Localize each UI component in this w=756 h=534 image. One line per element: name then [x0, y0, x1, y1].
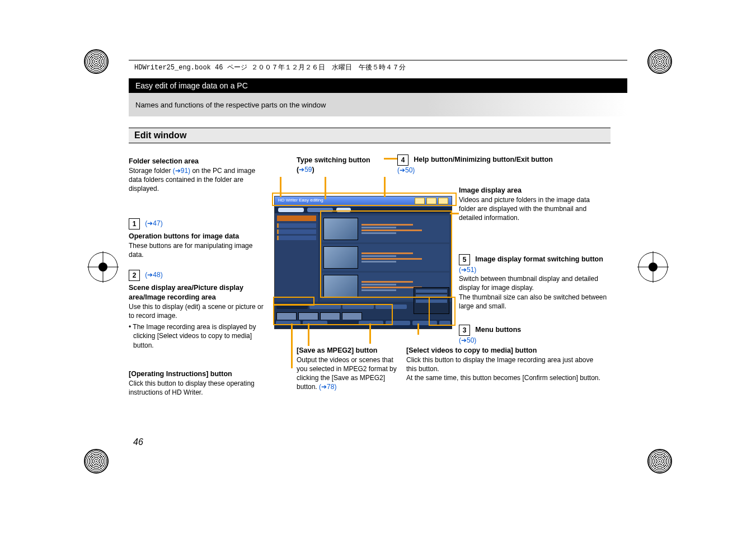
band-title: Easy edit of image data on a PC: [135, 81, 248, 90]
pointer-line: [369, 324, 371, 344]
help-minimize-exit-callout: 4 Help button/Minimizing button/Exit but…: [397, 154, 576, 175]
select-copy-body2: At the same time, this button becomes [C…: [406, 373, 602, 382]
pointer-box: [272, 193, 457, 206]
scene-heading: Scene display area/Picture display area/…: [129, 283, 269, 302]
number-box-3: 3: [459, 325, 470, 336]
pointer-line: [291, 324, 293, 368]
numbered-ref-5: 5 Image display format switching button: [459, 254, 610, 265]
save-mpeg2-body: Output the videos or scenes that you sel…: [297, 355, 397, 392]
page-ref-link[interactable]: (➔91): [173, 167, 190, 175]
page-ref-link[interactable]: (➔47): [145, 219, 162, 227]
page-ref-link[interactable]: (➔78): [319, 383, 336, 391]
op-buttons-heading: Operation buttons for image data: [129, 232, 263, 241]
scene-body: Use this to display (edit) a scene or pi…: [129, 302, 269, 320]
registration-mark: [84, 49, 109, 74]
pointer-line: [417, 324, 419, 335]
side-registration-target: [637, 251, 669, 283]
pointer-box: [320, 210, 452, 298]
select-copy-heading: [Select videos to copy to media] button: [406, 346, 602, 355]
section-title-text: Edit window: [134, 130, 186, 140]
registration-mark: [647, 49, 672, 74]
pointer-line: [384, 177, 386, 197]
type-switch-link[interactable]: (➔59): [297, 165, 386, 175]
content-area: Folder selection area Storage folder (➔9…: [129, 151, 627, 484]
pointer-line: [280, 177, 281, 197]
print-header: HDWriter25_eng.book 46 ページ ２００７年１２月２６日 水…: [134, 63, 406, 72]
type-switch-heading: Type switching button: [297, 156, 386, 165]
folder-heading: Folder selection area: [129, 157, 263, 166]
sub-band: Names and functions of the respective pa…: [129, 93, 627, 116]
opinstr-heading: [Operating Instructions] button: [129, 369, 269, 379]
save-mpeg2-heading: [Save as MPEG2] button: [297, 346, 397, 355]
num5-body1: Switch between thumbnail display and det…: [459, 274, 610, 292]
number-box-1: 1: [129, 218, 140, 229]
page-ref-link[interactable]: (➔50): [459, 336, 476, 344]
image-display-format-callout: 5 Image display format switching button …: [459, 254, 610, 311]
save-mpeg2-callout: [Save as MPEG2] button Output the videos…: [297, 346, 397, 392]
svg-point-7: [649, 263, 658, 271]
menu-buttons-heading: Menu buttons: [475, 326, 521, 334]
number-box-4: 4: [397, 154, 408, 166]
page-ref-link[interactable]: (➔50): [397, 166, 415, 174]
side-registration-target: [87, 251, 119, 283]
help-heading: Help button/Minimizing button/Exit butto…: [414, 156, 553, 163]
folder-tree[interactable]: [275, 213, 318, 302]
section-band: Easy edit of image data on a PC: [129, 78, 627, 93]
pointer-box: [273, 304, 393, 325]
num5-body2: The thumbnail size can also be switched …: [459, 293, 610, 311]
opinstr-body: Click this button to display these opera…: [129, 379, 269, 397]
page-ref-link[interactable]: (➔51): [459, 266, 476, 274]
select-videos-callout: [Select videos to copy to media] button …: [406, 346, 602, 382]
img-area-body: Videos and picture folders in the image …: [459, 195, 604, 223]
type-switching-callout: Type switching button (➔59): [297, 156, 386, 175]
section-title: Edit window: [129, 128, 611, 143]
image-display-area-callout: Image display area Videos and picture fo…: [459, 186, 604, 222]
operating-instructions-callout: [Operating Instructions] button Click th…: [129, 369, 269, 397]
pointer-line: [384, 158, 397, 160]
numbered-ref-2: 2 (➔48): [129, 270, 269, 281]
select-copy-body: Click this button to display the Image r…: [406, 355, 602, 373]
page-ref-link[interactable]: (➔48): [145, 271, 162, 279]
numbered-ref-1: 1 (➔47): [129, 218, 263, 229]
number-box-5: 5: [459, 254, 470, 265]
header-rule: [129, 60, 627, 60]
folder-body: Storage folder (➔91) on the PC and image…: [129, 166, 263, 194]
number-box-2: 2: [129, 270, 140, 281]
folder-selection-callout: Folder selection area Storage folder (➔9…: [129, 157, 263, 193]
menu-buttons-callout: 3 Menu buttons (➔50): [459, 325, 571, 345]
scene-bullet: • The Image recording area is displayed …: [129, 322, 269, 350]
page-number: 46: [133, 437, 143, 447]
registration-mark: [647, 449, 672, 474]
pointer-box: [429, 297, 456, 326]
scene-display-callout: 2 (➔48) Scene display area/Picture displ…: [129, 270, 269, 350]
img-area-heading: Image display area: [459, 186, 604, 195]
num5-heading: Image display format switching button: [475, 255, 603, 263]
operation-buttons-callout: 1 (➔47) Operation buttons for image data…: [129, 218, 263, 259]
pointer-line: [308, 324, 309, 346]
op-buttons-body: These buttons are for manipulating image…: [129, 241, 263, 259]
registration-mark: [84, 449, 109, 474]
svg-point-3: [98, 263, 107, 271]
sub-band-text: Names and functions of the respective pa…: [135, 101, 326, 109]
pointer-line: [450, 213, 459, 214]
pointer-line: [325, 177, 326, 199]
